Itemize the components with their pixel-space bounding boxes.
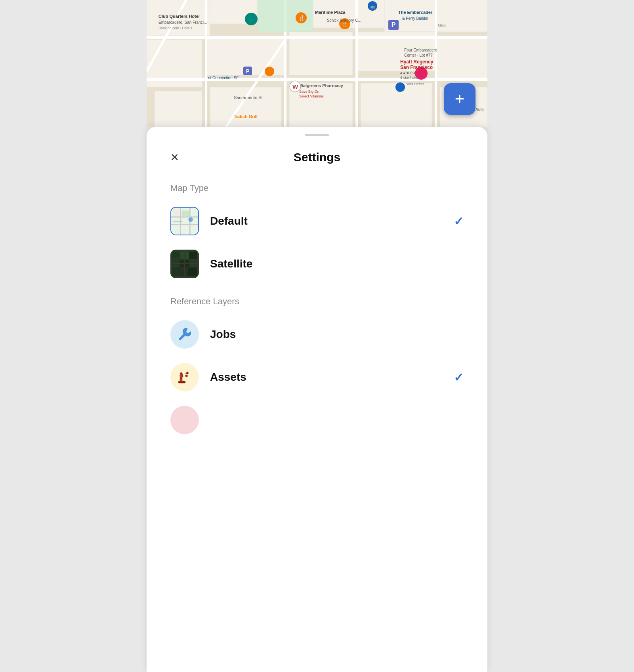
phone-container: 🍴 🍴 🚌 P P Fro bbox=[147, 0, 487, 672]
svg-text:Walgreens Pharmacy: Walgreens Pharmacy bbox=[299, 83, 344, 88]
assets-label: Assets bbox=[210, 371, 454, 384]
svg-text:Club Quarters Hotel: Club Quarters Hotel bbox=[158, 14, 200, 19]
partial-item-icon bbox=[170, 406, 199, 434]
svg-text:nt Connection SF: nt Connection SF bbox=[208, 76, 239, 80]
svg-rect-10 bbox=[436, 36, 487, 79]
jobs-label: Jobs bbox=[210, 328, 464, 341]
svg-rect-69 bbox=[173, 210, 180, 216]
default-map-label: Default bbox=[210, 215, 454, 227]
svg-rect-77 bbox=[189, 252, 197, 259]
default-map-check: ✓ bbox=[454, 214, 464, 228]
svg-text:🍴: 🍴 bbox=[298, 15, 305, 21]
svg-point-72 bbox=[188, 218, 193, 222]
fab-add-button[interactable]: + bbox=[444, 83, 476, 115]
reference-partial-item[interactable] bbox=[170, 399, 464, 441]
assets-check: ✓ bbox=[454, 370, 464, 384]
svg-text:Save Big On: Save Big On bbox=[299, 90, 319, 94]
reference-assets-item[interactable]: Assets ✓ bbox=[170, 356, 464, 399]
sheet-header: ✕ Settings bbox=[170, 136, 464, 172]
svg-rect-11 bbox=[155, 91, 202, 127]
reference-layers-section-label: Reference Layers bbox=[170, 296, 464, 307]
default-map-icon bbox=[170, 207, 199, 235]
svg-text:Hyatt Regency: Hyatt Regency bbox=[400, 59, 433, 65]
svg-text:Mecc: Mecc bbox=[438, 23, 447, 27]
svg-text:Sacramento St: Sacramento St bbox=[234, 95, 263, 100]
satellite-map-label: Satellite bbox=[210, 258, 464, 270]
svg-rect-83 bbox=[188, 267, 197, 276]
svg-text:& Ferry Buildin: & Ferry Buildin bbox=[402, 16, 428, 21]
map-type-satellite-item[interactable]: Satellite bbox=[170, 242, 464, 285]
svg-text:Auto: Auto bbox=[476, 107, 484, 112]
svg-text:P: P bbox=[391, 21, 396, 28]
svg-text:4.4 ★ (6465): 4.4 ★ (6465) bbox=[400, 71, 421, 75]
svg-text:Booking.com · Hotels: Booking.com · Hotels bbox=[158, 26, 193, 30]
svg-text:Tadich Grill: Tadich Grill bbox=[234, 114, 258, 119]
reference-jobs-item[interactable]: Jobs bbox=[170, 313, 464, 356]
svg-text:Schick Gregory C...: Schick Gregory C... bbox=[327, 18, 361, 23]
svg-point-37 bbox=[245, 13, 258, 25]
svg-rect-70 bbox=[181, 211, 189, 216]
svg-text:W: W bbox=[292, 83, 298, 90]
close-button[interactable]: ✕ bbox=[170, 152, 179, 162]
jobs-icon bbox=[170, 320, 199, 349]
assets-icon bbox=[170, 363, 199, 391]
satellite-map-icon bbox=[170, 250, 199, 278]
svg-rect-75 bbox=[172, 252, 180, 258]
map-area: 🍴 🍴 🚌 P P Fro bbox=[147, 0, 487, 127]
svg-point-32 bbox=[395, 82, 405, 92]
svg-text:P: P bbox=[246, 68, 250, 74]
map-type-section-label: Map Type bbox=[170, 183, 464, 193]
svg-point-90 bbox=[180, 379, 182, 382]
svg-text:Maritime Plaza: Maritime Plaza bbox=[315, 10, 346, 15]
svg-text:Four Embarcadero: Four Embarcadero bbox=[404, 48, 437, 52]
bottom-sheet: ✕ Settings Map Type Default bbox=[147, 127, 487, 672]
svg-text:San Francisco: San Francisco bbox=[400, 65, 433, 70]
svg-text:York Street: York Street bbox=[406, 82, 424, 86]
map-type-default-item[interactable]: Default ✓ bbox=[170, 200, 464, 242]
svg-point-89 bbox=[180, 374, 183, 377]
sheet-title: Settings bbox=[294, 151, 340, 164]
svg-point-29 bbox=[265, 67, 274, 76]
svg-text:Center · Lot #77: Center · Lot #77 bbox=[404, 53, 433, 57]
svg-rect-78 bbox=[172, 258, 180, 266]
svg-text:4-star hotel: 4-star hotel bbox=[400, 76, 418, 80]
svg-text:The Embarcader: The Embarcader bbox=[398, 10, 433, 15]
svg-rect-12 bbox=[210, 87, 281, 127]
svg-rect-81 bbox=[172, 267, 180, 276]
svg-text:Embarcadero, San Franci...: Embarcadero, San Franci... bbox=[158, 20, 207, 25]
svg-text:Select Vitamins: Select Vitamins bbox=[299, 94, 324, 98]
svg-text:🚌: 🚌 bbox=[370, 4, 375, 9]
fab-plus-icon: + bbox=[455, 91, 465, 107]
